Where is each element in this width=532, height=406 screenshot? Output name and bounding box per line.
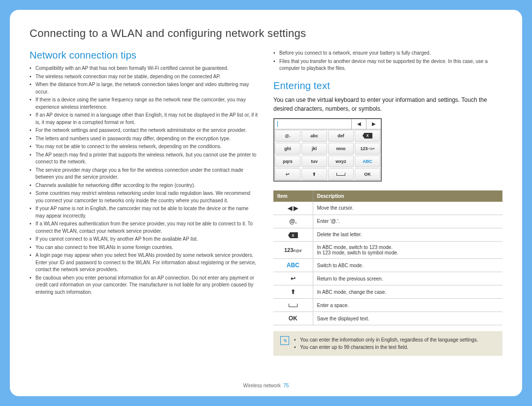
- description-table: Item Description ◀ ▶Move the cursor.@.En…: [273, 190, 502, 326]
- tip-item: If you cannot connect to a WLAN, try ano…: [30, 236, 259, 243]
- table-item-cell: [273, 299, 313, 312]
- keyboard-key: def: [328, 130, 354, 142]
- tip-item: If your AP name is not in English, the c…: [30, 205, 259, 219]
- tip-item: You can also connect to free WLANs in so…: [30, 244, 259, 251]
- table-desc-cell: Delete the last letter.: [313, 228, 502, 242]
- network-tips-heading: Network connection tips: [30, 50, 259, 61]
- keyboard-key: wxyz: [328, 156, 354, 167]
- note-box: ✎ You can enter the information only in …: [273, 331, 502, 356]
- keyboard-key: abc: [301, 130, 327, 142]
- tip-item: A login page may appear when you select …: [30, 252, 259, 274]
- tip-item: Compatibility with an AP that has not be…: [30, 65, 259, 72]
- tip-item: If there is a device using the same freq…: [30, 96, 259, 111]
- table-row: ◀ ▶Move the cursor.: [273, 202, 502, 215]
- col-header-item: Item: [273, 190, 313, 202]
- footer-section-label: Wireless network: [243, 383, 281, 388]
- table-row: ↩Return to the previous screen.: [273, 272, 502, 285]
- table-row: XDelete the last letter.: [273, 228, 502, 242]
- table-desc-cell: Enter '@.'.: [313, 215, 502, 228]
- table-row: OKSave the displayed text.: [273, 312, 502, 325]
- keyboard-key: ghi: [275, 143, 300, 155]
- table-item-cell: 123/!@#: [273, 242, 313, 259]
- page-footer: Wireless network 75: [10, 383, 522, 388]
- tip-item: If an AP device is named in a language o…: [30, 112, 259, 126]
- keyboard-row: pqrstuvwxyzABC: [274, 155, 381, 168]
- page-title: Connecting to a WLAN and configuring net…: [30, 27, 502, 40]
- keyboard-row: @.abcdefX: [274, 129, 381, 142]
- tip-item: Be cautious when you enter personal info…: [30, 275, 259, 296]
- keyboard-key: [328, 168, 354, 180]
- keyboard-rows: @.abcdefXghijklmno123/!@#pqrstuvwxyzABC↩…: [274, 129, 381, 181]
- table-desc-cell: Enter a space.: [313, 299, 502, 312]
- table-row: Enter a space.: [273, 299, 502, 312]
- columns: Network connection tips Compatibility wi…: [30, 50, 502, 356]
- keyboard-row: ghijklmno123/!@#: [274, 142, 381, 155]
- right-column: Before you connect to a network, ensure …: [273, 50, 502, 356]
- network-tips-list: Compatibility with an AP that has not be…: [30, 65, 259, 296]
- note-icon: ✎: [280, 336, 289, 345]
- keyboard-key: jkl: [301, 143, 327, 155]
- table-item-cell: OK: [273, 312, 313, 325]
- entering-text-heading: Entering text: [273, 80, 502, 92]
- note-item: You can enter up to 99 characters in the…: [294, 344, 478, 351]
- table-desc-cell: Move the cursor.: [313, 202, 502, 215]
- table-desc-cell: Return to the previous screen.: [313, 272, 502, 285]
- right-top-tips: Before you connect to a network, ensure …: [273, 50, 502, 72]
- col-header-desc: Description: [313, 190, 502, 202]
- table-row: 123/!@#In ABC mode, switch to 123 mode. …: [273, 242, 502, 259]
- keyboard-key: ABC: [355, 156, 380, 167]
- table-item-cell: ◀ ▶: [273, 202, 313, 215]
- keyboard-text-field: [274, 119, 351, 129]
- table-desc-cell: Save the displayed text.: [313, 312, 502, 325]
- keyboard-key: X: [355, 130, 380, 142]
- cursor-right-icon: ▶: [366, 119, 381, 129]
- keyboard-key: OK: [355, 168, 380, 180]
- cursor-left-icon: ◀: [351, 119, 366, 129]
- tip-item: Channels available for networking differ…: [30, 182, 259, 189]
- keyboard-key: mno: [328, 143, 354, 155]
- keyboard-key: pqrs: [275, 156, 300, 167]
- note-item: You can enter the information only in En…: [294, 336, 478, 344]
- note-list: You can enter the information only in En…: [294, 336, 478, 351]
- table-item-cell: X: [273, 228, 313, 242]
- table-item-cell: ⬆: [273, 285, 313, 299]
- table-desc-cell: In ABC mode, switch to 123 mode. In 123 …: [313, 242, 502, 259]
- table-item-cell: ABC: [273, 259, 313, 272]
- keyboard-key: tuv: [301, 156, 327, 167]
- keyboard-key: @.: [275, 130, 300, 142]
- tip-item: The letters and numbers used in password…: [30, 135, 259, 143]
- keyboard-key: ⬆: [301, 168, 327, 180]
- table-item-cell: @.: [273, 215, 313, 228]
- tip-item: If a WLAN requires authentication from t…: [30, 220, 259, 235]
- tip-item: For the network settings and password, c…: [30, 127, 259, 134]
- tip-item: When the distance from AP is large, the …: [30, 81, 259, 95]
- manual-page: Connecting to a WLAN and configuring net…: [10, 10, 522, 396]
- tip-item: Some countries may restrict wireless net…: [30, 190, 259, 204]
- entering-text-intro: You can use the virtual keyboard to ente…: [273, 95, 502, 113]
- tip-item: The wireless network connection may not …: [30, 73, 259, 81]
- keyboard-row: ↩⬆OK: [274, 168, 381, 181]
- table-row: ABCSwitch to ABC mode.: [273, 259, 502, 272]
- tip-item: Before you connect to a network, ensure …: [273, 50, 502, 57]
- keyboard-key: 123/!@#: [355, 143, 380, 155]
- virtual-keyboard-illustration: ◀ ▶ @.abcdefXghijklmno123/!@#pqrstuvwxyz…: [273, 118, 382, 182]
- tip-item: The AP search may find a printer that su…: [30, 152, 259, 166]
- tip-item: You may not be able to connect to the wi…: [30, 143, 259, 151]
- table-item-cell: ↩: [273, 272, 313, 285]
- table-desc-cell: In ABC mode, change the case.: [313, 285, 502, 299]
- table-row: ⬆In ABC mode, change the case.: [273, 285, 502, 299]
- keyboard-key: ↩: [275, 168, 300, 180]
- tip-item: The service provider may charge you a fe…: [30, 167, 259, 181]
- tip-item: Files that you transfer to another devic…: [273, 58, 502, 72]
- table-desc-cell: Switch to ABC mode.: [313, 259, 502, 272]
- table-row: @.Enter '@.'.: [273, 215, 502, 228]
- left-column: Network connection tips Compatibility wi…: [30, 50, 259, 356]
- footer-page-number: 75: [283, 383, 289, 388]
